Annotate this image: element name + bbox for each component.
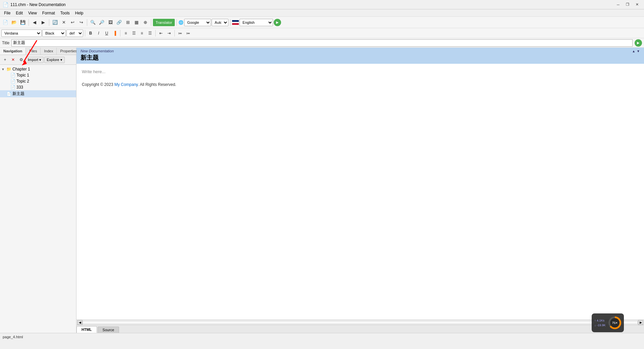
title-bar: 📄 111.chm - New Documentation ─ ❐ ✕ bbox=[0, 0, 644, 9]
minimize-button[interactable]: ─ bbox=[614, 1, 623, 8]
add-topic-button[interactable]: + bbox=[1, 56, 9, 63]
explore-button[interactable]: Explore ▾ bbox=[44, 57, 64, 63]
language-go-button[interactable]: ▶ bbox=[274, 19, 281, 26]
scroll-right-button[interactable]: ▶ bbox=[638, 320, 643, 325]
page-icon-topic1: 📄 bbox=[10, 73, 15, 78]
tag-button[interactable]: ⊕ bbox=[141, 18, 149, 27]
title-input[interactable] bbox=[11, 39, 633, 47]
menu-file[interactable]: File bbox=[1, 10, 13, 16]
tree-item-333[interactable]: 📄 333 bbox=[0, 84, 76, 90]
tree-label-chapter1: Chapter 1 bbox=[12, 67, 30, 71]
copyright-text: Copyright © 2023 My Company. All Rights … bbox=[82, 82, 639, 87]
copyright-suffix: . All Rights Reserved. bbox=[138, 82, 176, 87]
unordered-list-button[interactable]: ≔ bbox=[184, 30, 192, 37]
scroll-left-button[interactable]: ◀ bbox=[77, 320, 83, 325]
status-file: page_4.html bbox=[3, 335, 23, 339]
stop-button[interactable]: ✕ bbox=[60, 18, 68, 27]
open-button[interactable]: 📂 bbox=[10, 18, 18, 27]
undo-button[interactable]: ↩ bbox=[68, 18, 76, 27]
app-icon: 📄 bbox=[3, 2, 8, 7]
scroll-arrow-down[interactable]: ▼ bbox=[637, 49, 640, 53]
tree-label-newtopic: 新主题 bbox=[12, 91, 24, 97]
sep1 bbox=[29, 19, 29, 26]
align-right-button[interactable]: ≡ bbox=[138, 30, 146, 37]
tab-files[interactable]: Files bbox=[26, 48, 41, 55]
tab-html[interactable]: HTML bbox=[76, 326, 97, 333]
horizontal-scrollbar[interactable]: ◀ ▶ bbox=[76, 319, 644, 325]
sep2 bbox=[49, 19, 49, 26]
align-left-button[interactable]: ≡ bbox=[122, 30, 129, 37]
title-go-button[interactable]: ▶ bbox=[635, 39, 642, 47]
justify-button[interactable]: ☰ bbox=[146, 30, 154, 37]
back-button[interactable]: ◀ bbox=[31, 18, 39, 27]
search-engine-icon: 🌐 bbox=[178, 20, 183, 25]
save-button[interactable]: 💾 bbox=[19, 18, 27, 27]
settings-button[interactable]: ⚙ bbox=[17, 56, 25, 63]
redo-button[interactable]: ↪ bbox=[77, 18, 85, 27]
breadcrumb: New Documentation bbox=[80, 49, 114, 53]
doc-heading-container: 新主题 bbox=[76, 53, 644, 64]
sep5 bbox=[176, 19, 177, 26]
grid-button[interactable]: ▦ bbox=[132, 18, 141, 27]
tree-item-chapter1[interactable]: ▼ 📁 Chapter 1 bbox=[0, 66, 76, 72]
tree-item-newtopic[interactable]: 📄 新主题 bbox=[0, 90, 76, 97]
sidebar-tabs: Navigation Files Index Properties bbox=[0, 48, 76, 55]
doc-body[interactable]: Write here... Copyright © 2023 My Compan… bbox=[76, 64, 644, 319]
editor-tabs: HTML Source bbox=[76, 325, 644, 333]
tab-index[interactable]: Index bbox=[41, 48, 57, 55]
tree-label-topic2: Topic 2 bbox=[16, 79, 29, 84]
tab-navigation[interactable]: Navigation bbox=[0, 48, 26, 55]
indent-increase-button[interactable]: ⇥ bbox=[165, 30, 173, 37]
font-select[interactable]: Verdana bbox=[1, 30, 42, 37]
italic-button[interactable]: I bbox=[95, 30, 102, 37]
color-select[interactable]: Black bbox=[42, 30, 66, 37]
table-insert-button[interactable]: ⊞ bbox=[124, 18, 132, 27]
page-icon-newtopic: 📄 bbox=[6, 92, 11, 96]
remove-topic-button[interactable]: ✕ bbox=[9, 56, 17, 63]
scroll-track[interactable] bbox=[83, 321, 638, 324]
folder-icon-chapter1: 📁 bbox=[6, 67, 11, 71]
doc-title-bar: Title ▶ bbox=[0, 38, 644, 48]
highlight-button[interactable]: ▐ bbox=[111, 30, 118, 37]
tab-source[interactable]: Source bbox=[98, 327, 119, 333]
tree-item-topic2[interactable]: 📄 Topic 2 bbox=[0, 78, 76, 84]
forward-button[interactable]: ▶ bbox=[39, 18, 47, 27]
menu-view[interactable]: View bbox=[25, 10, 40, 16]
align-center-button[interactable]: ☰ bbox=[130, 30, 138, 37]
new-button[interactable]: 📄 bbox=[1, 18, 9, 27]
tree-item-topic1[interactable]: 📄 Topic 1 bbox=[0, 72, 76, 78]
menu-bar: File Edit View Format Tools Help bbox=[0, 9, 644, 17]
close-button[interactable]: ✕ bbox=[633, 1, 641, 8]
import-button[interactable]: Import ▾ bbox=[25, 57, 44, 63]
flag-icon bbox=[232, 20, 239, 25]
menu-tools[interactable]: Tools bbox=[58, 10, 72, 16]
sep8 bbox=[120, 30, 120, 37]
title-label: Title bbox=[2, 41, 9, 45]
download-stat: ↓ -19.9K bbox=[594, 323, 606, 328]
language-select[interactable]: English bbox=[239, 19, 273, 26]
ordered-list-button[interactable]: ≔ bbox=[176, 30, 184, 37]
bold-button[interactable]: B bbox=[87, 30, 94, 37]
link-button[interactable]: 🔗 bbox=[115, 18, 123, 27]
sep10 bbox=[174, 30, 175, 37]
zoom-in-button[interactable]: 🔎 bbox=[98, 18, 106, 27]
image-button[interactable]: 🖼 bbox=[106, 18, 114, 27]
company-link[interactable]: My Company bbox=[114, 82, 138, 87]
size-select[interactable]: def bbox=[66, 30, 83, 37]
scroll-arrow-up[interactable]: ▲ bbox=[632, 49, 635, 53]
refresh-button[interactable]: 🔄 bbox=[51, 18, 59, 27]
main-layout: Navigation Files Index Properties + ✕ ⚙ … bbox=[0, 48, 644, 333]
main-toolbar: 📄 📂 💾 ◀ ▶ 🔄 ✕ ↩ ↪ 🔍 🔎 🖼 🔗 ⊞ ▦ ⊕ Translat… bbox=[0, 17, 644, 28]
restore-button[interactable]: ❐ bbox=[623, 1, 632, 8]
indent-decrease-button[interactable]: ⇤ bbox=[157, 30, 165, 37]
menu-edit[interactable]: Edit bbox=[13, 10, 25, 16]
tree-label-333: 333 bbox=[16, 85, 23, 90]
search-button[interactable]: 🔍 bbox=[89, 18, 97, 27]
auto-select[interactable]: Auto bbox=[212, 19, 228, 26]
translator-button[interactable]: Translator bbox=[153, 19, 175, 26]
tree-toggle-chapter1: ▼ bbox=[1, 67, 5, 71]
menu-format[interactable]: Format bbox=[40, 10, 58, 16]
search-engine-select[interactable]: Google bbox=[184, 19, 211, 26]
menu-help[interactable]: Help bbox=[72, 10, 86, 16]
underline-button[interactable]: U bbox=[103, 30, 110, 37]
